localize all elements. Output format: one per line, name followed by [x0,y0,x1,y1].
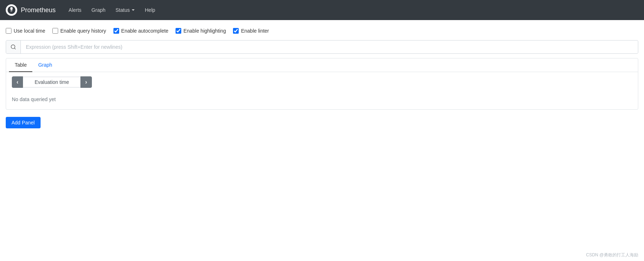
label-autocomplete: Enable autocomplete [121,28,169,34]
brand-link[interactable]: Prometheus [6,4,56,16]
option-linter[interactable]: Enable linter [233,28,269,34]
nav-item-status[interactable]: Status [111,4,139,16]
tabs-header: Table Graph [6,58,638,72]
footer: CSDN @勇敢的打工人海励 [586,252,638,258]
option-query-history[interactable]: Enable query history [52,28,106,34]
chevron-right-icon [85,79,87,85]
eval-time-prev-button[interactable] [12,76,23,88]
checkbox-autocomplete[interactable] [113,28,119,34]
checkbox-highlighting[interactable] [176,28,181,34]
label-query-history: Enable query history [60,28,106,34]
nav-list: Alerts Graph Status Help [64,4,159,16]
svg-rect-2 [10,10,13,10]
label-use-local-time: Use local time [14,28,45,34]
label-linter: Enable linter [241,28,269,34]
navbar: Prometheus Alerts Graph Status Help [0,0,644,20]
svg-line-6 [14,48,15,49]
checkbox-query-history[interactable] [52,28,58,34]
no-data-message: No data queried yet [12,94,632,105]
brand-label: Prometheus [21,6,56,14]
nav-item-help[interactable]: Help [140,7,159,13]
main-content: Use local time Enable query history Enab… [0,20,644,261]
nav-dropdown-status[interactable]: Status [111,4,139,16]
panel-body: Evaluation time No data queried yet [6,72,638,109]
search-container [6,40,638,54]
status-dropdown-caret [132,9,135,11]
panel-container: Table Graph Evaluation time No data quer… [6,58,638,110]
search-icon [10,44,16,50]
chevron-left-icon [17,79,18,85]
brand-icon [6,4,17,16]
tab-graph[interactable]: Graph [32,58,58,72]
options-bar: Use local time Enable query history Enab… [6,24,638,37]
nav-link-graph[interactable]: Graph [87,4,110,16]
nav-link-help[interactable]: Help [140,4,159,16]
nav-item-graph[interactable]: Graph [87,7,110,13]
eval-time-display: Evaluation time [23,77,80,87]
checkbox-linter[interactable] [233,28,239,34]
svg-point-1 [10,7,13,10]
tab-table[interactable]: Table [9,58,32,72]
option-use-local-time[interactable]: Use local time [6,28,45,34]
checkbox-use-local-time[interactable] [6,28,11,34]
svg-rect-3 [11,10,11,12]
nav-item-alerts[interactable]: Alerts [64,7,86,13]
expression-input[interactable] [21,41,638,53]
svg-rect-4 [12,10,12,11]
eval-time-next-button[interactable] [80,76,92,88]
search-icon-wrapper [6,41,21,53]
eval-time-row: Evaluation time [12,76,632,88]
add-panel-button[interactable]: Add Panel [6,117,41,128]
label-highlighting: Enable highlighting [183,28,226,34]
nav-link-alerts[interactable]: Alerts [64,4,86,16]
option-autocomplete[interactable]: Enable autocomplete [113,28,169,34]
option-highlighting[interactable]: Enable highlighting [176,28,226,34]
